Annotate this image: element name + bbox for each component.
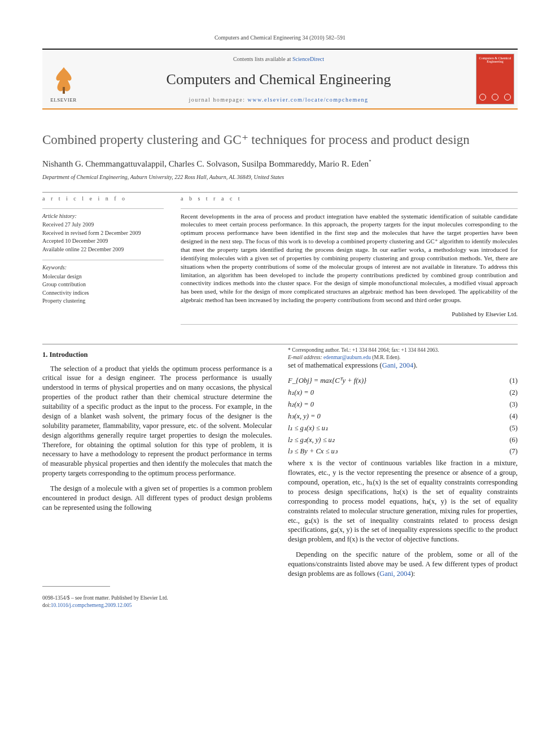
- corresponding-author-footnote: * Corresponding author. Tel.: +1 334 844…: [288, 347, 518, 354]
- journal-homepage-link[interactable]: www.elsevier.com/locate/compchemeng: [248, 97, 369, 103]
- affiliation: Department of Chemical Engineering, Aubu…: [42, 173, 518, 181]
- equation-number: (7): [509, 447, 518, 456]
- citation-link[interactable]: Gani, 2004: [379, 570, 411, 578]
- doi-label: doi:: [42, 602, 51, 608]
- article-history-heading: Article history:: [42, 212, 164, 220]
- equation-math: l₁ ≤ g₁(x) ≤ u₁: [288, 423, 328, 433]
- abstract-text: Recent developments in the area of proce…: [181, 212, 518, 304]
- sciencedirect-link[interactable]: ScienceDirect: [292, 56, 324, 62]
- elsevier-tree-icon: [50, 64, 78, 95]
- article-body: 1. Introduction The selection of a produ…: [42, 347, 518, 587]
- email-footnote: E-mail address: edenmar@auburn.edu (M.R.…: [288, 354, 518, 361]
- keywords-heading: Keywords:: [42, 264, 164, 272]
- section-heading-intro: 1. Introduction: [42, 350, 272, 360]
- equation-row: h₂(x) = 0(3): [288, 400, 518, 409]
- keyword: Property clustering: [42, 297, 164, 305]
- article-title: Combined property clustering and GC⁺ tec…: [42, 132, 518, 148]
- corresponding-mark: *: [369, 159, 371, 164]
- homepage-prefix: journal homepage:: [189, 97, 247, 103]
- equation-math: F_{Obj} = max{Cᵀy + f(x)}: [288, 376, 366, 386]
- equation-math: h₂(x) = 0: [288, 400, 314, 409]
- equation-row: F_{Obj} = max{Cᵀy + f(x)}(1): [288, 376, 518, 386]
- email-label: E-mail address:: [288, 355, 323, 360]
- authors-line: Nishanth G. Chemmangattuvalappil, Charle…: [42, 158, 518, 169]
- p3-tail-text: ).: [413, 361, 417, 369]
- history-online: Available online 22 December 2009: [42, 246, 164, 254]
- equation-math: l₃ ≤ By + Cx ≤ u₃: [288, 447, 338, 456]
- equation-math: h₃(x, y) = 0: [288, 412, 321, 421]
- copyright-block: 0098-1354/$ – see front matter. Publishe…: [42, 595, 518, 609]
- history-accepted: Accepted 10 December 2009: [42, 237, 164, 245]
- intro-paragraph-1: The selection of a product that yields t…: [42, 364, 272, 479]
- doi-line: doi:10.1016/j.compchemeng.2009.12.005: [42, 602, 518, 609]
- equation-math: l₂ ≤ g₂(x, y) ≤ u₂: [288, 435, 335, 445]
- running-head: Computers and Chemical Engineering 34 (2…: [42, 34, 518, 42]
- equation-number: (4): [509, 412, 518, 421]
- publisher-name: ELSEVIER: [50, 97, 77, 103]
- published-by: Published by Elsevier Ltd.: [181, 310, 518, 318]
- authors-names: Nishanth G. Chemmangattuvalappil, Charle…: [42, 159, 369, 168]
- keyword: Molecular design: [42, 273, 164, 281]
- abstract-heading: a b s t r a c t: [181, 195, 518, 203]
- doi-link[interactable]: 10.1016/j.compchemeng.2009.12.005: [51, 602, 132, 608]
- keyword: Group contribution: [42, 281, 164, 289]
- keyword: Connectivity indices: [42, 289, 164, 297]
- citation-link[interactable]: Gani, 2004: [382, 361, 414, 369]
- journal-name: Computers and Chemical Engineering: [94, 69, 463, 89]
- equation-number: (1): [509, 376, 518, 386]
- cover-title: Computers & Chemical Engineering: [476, 54, 514, 64]
- keywords-block: Keywords: Molecular design Group contrib…: [42, 264, 164, 305]
- equation-row: h₁(x) = 0(2): [288, 388, 518, 397]
- journal-cover-thumbnail: Computers & Chemical Engineering: [476, 54, 514, 104]
- equation-row: h₃(x, y) = 0(4): [288, 412, 518, 421]
- intro-paragraph-2: The design of a molecule with a given se…: [42, 484, 272, 513]
- equation-number: (3): [509, 400, 518, 409]
- equations-block: F_{Obj} = max{Cᵀy + f(x)}(1) h₁(x) = 0(2…: [288, 376, 518, 456]
- article-history-block: Article history: Received 27 July 2009 R…: [42, 212, 164, 254]
- author-email-link[interactable]: edenmar@auburn.edu: [323, 355, 371, 360]
- journal-homepage-line: journal homepage: www.elsevier.com/locat…: [94, 96, 463, 104]
- intro-paragraph-5: Depending on the specific nature of the …: [288, 550, 518, 579]
- equation-math: h₁(x) = 0: [288, 388, 314, 397]
- contents-prefix: Contents lists available at: [233, 56, 292, 62]
- history-received: Received 27 July 2009: [42, 221, 164, 229]
- intro-paragraph-4: where x is the vector of continuous vari…: [288, 458, 518, 544]
- intro-paragraph-3-lead: set of mathematical expressions (Gani, 2…: [288, 361, 518, 370]
- p3-lead-text: set of mathematical expressions (: [288, 361, 382, 369]
- equation-row: l₂ ≤ g₂(x, y) ≤ u₂(6): [288, 435, 518, 445]
- article-info-column: a r t i c l e i n f o Article history: R…: [42, 195, 164, 328]
- journal-masthead: ELSEVIER Contents lists available at Sci…: [42, 49, 518, 110]
- svg-rect-1: [63, 87, 65, 94]
- article-info-heading: a r t i c l e i n f o: [42, 195, 164, 203]
- equation-number: (6): [509, 435, 518, 445]
- equation-number: (2): [509, 388, 518, 397]
- copyright-line: 0098-1354/$ – see front matter. Publishe…: [42, 595, 518, 602]
- abstract-column: a b s t r a c t Recent developments in t…: [181, 195, 518, 328]
- equation-row: l₃ ≤ By + Cx ≤ u₃(7): [288, 447, 518, 456]
- history-revised: Received in revised form 2 December 2009: [42, 229, 164, 237]
- p5-tail-text: ):: [411, 570, 415, 578]
- publisher-logo-block: ELSEVIER: [42, 50, 85, 108]
- equation-number: (5): [509, 423, 518, 433]
- contents-available-line: Contents lists available at ScienceDirec…: [94, 55, 463, 63]
- email-tail: (M.R. Eden).: [371, 355, 401, 360]
- cover-graphic-icon: [476, 94, 514, 101]
- equation-row: l₁ ≤ g₁(x) ≤ u₁(5): [288, 423, 518, 433]
